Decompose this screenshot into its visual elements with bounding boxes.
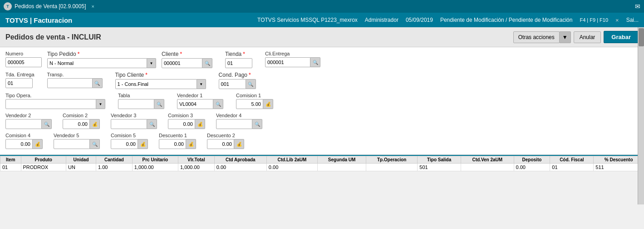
transp-label: Transp.: [47, 72, 103, 77]
header-close-btn[interactable]: ×: [615, 17, 619, 24]
title-bar-text: Pedidos de Venta [02.9.0005]: [15, 3, 86, 10]
comision4-group: Comision 4 💰: [5, 133, 43, 149]
otras-acciones-button[interactable]: Otras acciones: [513, 31, 560, 43]
cond-pago-label: Cond. Pago *: [219, 72, 256, 78]
status-label: Pendiente de Modificación / Pendiente de…: [440, 17, 573, 23]
cell-deposito: 0.00: [514, 164, 550, 171]
comision2-calc-btn[interactable]: 💰: [90, 119, 100, 129]
scroll-thumb[interactable]: [639, 28, 644, 46]
comision3-label: Comision 3: [168, 113, 205, 118]
vendedor1-group: Vendedor 1 🔍: [177, 93, 223, 109]
tipo-pedido-label: Tipo Pedido *: [47, 51, 156, 57]
tda-entrega-input[interactable]: [5, 78, 33, 88]
date-label: 05/09/2019: [406, 17, 433, 23]
descuento2-calc-btn[interactable]: 💰: [234, 139, 244, 149]
tipo-cliente-chevron[interactable]: ▼: [197, 79, 206, 89]
comision3-input[interactable]: [168, 119, 195, 129]
cond-pago-input[interactable]: [219, 79, 246, 89]
col-cod-fiscal: Cód. Fiscal: [550, 156, 594, 164]
vendedor2-search-btn[interactable]: 🔍: [42, 119, 52, 129]
scrollbar[interactable]: [638, 27, 644, 204]
tabla-group: Tabla 🔍: [118, 93, 164, 109]
cond-pago-search-btn[interactable]: 🔍: [246, 79, 256, 89]
cli-entrega-wrap: 🔍: [265, 57, 320, 67]
descuento2-label: Descuento 2: [207, 133, 244, 138]
col-deposito: Deposito: [514, 156, 550, 164]
vendedor3-search-btn[interactable]: 🔍: [147, 119, 157, 129]
vendedor2-label: Vendedor 2: [5, 113, 52, 118]
cli-entrega-search-btn[interactable]: 🔍: [310, 57, 320, 67]
otras-acciones-chevron[interactable]: ▼: [559, 31, 571, 43]
tabla-input[interactable]: [118, 99, 154, 109]
tabla-wrap: 🔍: [118, 99, 164, 109]
vendedor4-group: Vendedor 4 🔍: [216, 113, 262, 129]
tienda-label: Tienda *: [225, 51, 252, 57]
col-tipo-salida: Tipo Salida: [418, 156, 461, 164]
anular-button[interactable]: Anular: [574, 31, 601, 43]
saif-label: Sai...: [626, 17, 639, 23]
comision5-input[interactable]: [111, 139, 138, 149]
form-row-4: Vendedor 2 🔍 Comision 2 💰 Vendedor 3 🔍: [5, 113, 639, 129]
descuento2-wrap: 💰: [207, 139, 244, 149]
transp-search-btn[interactable]: 🔍: [93, 78, 103, 88]
comision4-input[interactable]: [5, 139, 33, 149]
cell-cantidad: 1.00: [96, 164, 133, 171]
vendedor3-input[interactable]: [111, 119, 147, 129]
tabla-search-btn[interactable]: 🔍: [154, 99, 164, 109]
vendedor4-search-btn[interactable]: 🔍: [252, 119, 262, 129]
title-bar-close[interactable]: ×: [91, 4, 94, 9]
numero-input[interactable]: [5, 57, 42, 67]
cell-ctd-ven-2aum: [461, 164, 514, 171]
descuento1-group: Descuento 1 💰: [159, 133, 196, 149]
cli-entrega-input[interactable]: [265, 57, 310, 67]
vendedor4-input[interactable]: [216, 119, 252, 129]
cliente-group: Cliente * 🔍: [162, 51, 212, 68]
vendedor5-search-btn[interactable]: 🔍: [90, 139, 100, 149]
cell-item: 01: [0, 164, 21, 171]
comision1-calc-btn[interactable]: 💰: [263, 99, 273, 109]
tipo-pedido-input[interactable]: [47, 58, 147, 68]
cell-ctd-aprobada: 0.00: [214, 164, 266, 171]
comision5-group: Comision 5 💰: [111, 133, 148, 149]
data-table: Item Produto Unidad Cantidad Prc Unitari…: [0, 156, 644, 171]
keys-label[interactable]: F4 | F9 | F10: [580, 17, 608, 23]
descuento1-calc-btn[interactable]: 💰: [186, 139, 196, 149]
vendedor2-input[interactable]: [5, 119, 42, 129]
comision5-label: Comision 5: [111, 133, 148, 138]
cliente-input[interactable]: [162, 58, 202, 68]
descuento1-input[interactable]: [159, 139, 186, 149]
vendedor5-label: Vendedor 5: [54, 133, 100, 138]
comision5-calc-btn[interactable]: 💰: [138, 139, 148, 149]
cli-entrega-group: Cli.Entrega 🔍: [265, 51, 320, 67]
vendedor1-search-btn[interactable]: 🔍: [213, 99, 223, 109]
cell-vlr-total: 1,000.00: [178, 164, 214, 171]
comision2-input[interactable]: [63, 119, 90, 129]
comision3-calc-btn[interactable]: 💰: [195, 119, 205, 129]
vendedor1-input[interactable]: [177, 99, 213, 109]
comision4-calc-btn[interactable]: 💰: [33, 139, 43, 149]
descuento2-input[interactable]: [207, 139, 234, 149]
comision1-input[interactable]: [236, 99, 263, 109]
cond-pago-group: Cond. Pago * 🔍: [219, 72, 256, 89]
table-row[interactable]: 01 PRODROX UN 1.00 1,000.00 1,000.00 0.0…: [0, 164, 644, 171]
tienda-input[interactable]: [225, 58, 252, 68]
col-produto: Produto: [21, 156, 66, 164]
tipo-opera-wrap: ▼: [5, 99, 105, 109]
tipo-pedido-chevron[interactable]: ▼: [147, 58, 156, 68]
vendedor3-label: Vendedor 3: [111, 113, 157, 118]
cli-entrega-label: Cli.Entrega: [265, 51, 320, 56]
email-icon[interactable]: ✉: [635, 3, 640, 10]
tipo-cliente-input[interactable]: [115, 79, 197, 89]
tipo-opera-input[interactable]: [5, 99, 96, 109]
service-label: TOTVS Servicios MSSQL P1223_mexrox: [257, 17, 358, 23]
user-label: Administrador: [365, 17, 398, 23]
comision4-label: Comision 4: [5, 133, 43, 138]
cell-prc-unitario: 1,000.00: [132, 164, 178, 171]
cliente-search-btn[interactable]: 🔍: [202, 58, 212, 68]
grabar-button[interactable]: Grabar: [604, 31, 639, 43]
col-pct-descuento: % Descuento: [594, 156, 644, 164]
col-ctd-aprobada: Ctd Aprobada: [214, 156, 266, 164]
vendedor5-input[interactable]: [54, 139, 90, 149]
transp-input[interactable]: [47, 78, 93, 88]
tipo-opera-chevron[interactable]: ▼: [96, 99, 105, 109]
